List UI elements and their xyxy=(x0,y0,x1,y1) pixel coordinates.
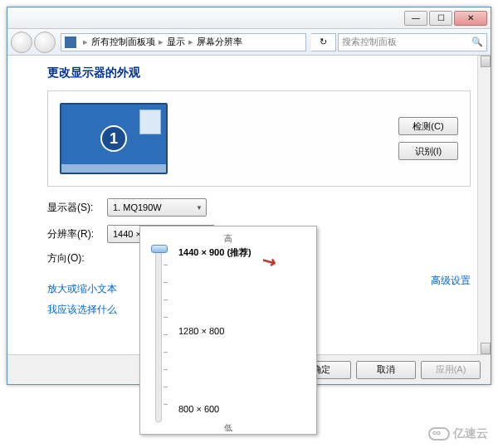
search-icon[interactable]: 🔍 xyxy=(471,37,483,47)
breadcrumb-item[interactable]: 所有控制面板项 xyxy=(91,36,155,48)
search-input[interactable]: 搜索控制面板 🔍 xyxy=(338,33,487,51)
resolution-labels: 1440 × 900 (推荐) 1280 × 800 800 × 600 xyxy=(168,246,308,422)
page-title: 更改显示器的外观 xyxy=(47,66,471,80)
vertical-scrollbar[interactable] xyxy=(477,56,491,354)
address-bar: ▸ 所有控制面板项 ▸ 显示 ▸ 屏幕分辨率 ↻ 搜索控制面板 🔍 xyxy=(7,29,491,56)
watermark: 亿速云 xyxy=(428,426,488,441)
orientation-label: 方向(O): xyxy=(47,251,107,265)
titlebar: — ☐ ✕ xyxy=(7,7,491,29)
forward-button[interactable] xyxy=(34,32,56,53)
advanced-settings-link[interactable]: 高级设置 xyxy=(431,274,471,288)
identify-button[interactable]: 识别(I) xyxy=(398,142,458,160)
resolution-label: 分辨率(R): xyxy=(47,227,107,241)
window-thumbnail-icon xyxy=(139,110,161,134)
scale-low-label: 低 xyxy=(149,422,308,434)
monitor-preview-box: 1 检测(C) 识别(I) xyxy=(47,90,471,187)
search-placeholder: 搜索控制面板 xyxy=(342,36,397,48)
slider-track[interactable] xyxy=(149,246,168,422)
detect-button[interactable]: 检测(C) xyxy=(398,117,458,135)
slider-area: 1440 × 900 (推荐) 1280 × 800 800 × 600 xyxy=(149,246,308,422)
taskbar-icon xyxy=(61,164,166,173)
breadcrumb-item[interactable]: 屏幕分辨率 xyxy=(197,36,242,48)
back-button[interactable] xyxy=(11,32,32,53)
display-dropdown[interactable]: 1. MQ190W xyxy=(107,198,207,217)
display-row: 显示器(S): 1. MQ190W xyxy=(47,198,471,217)
breadcrumb[interactable]: ▸ 所有控制面板项 ▸ 显示 ▸ 屏幕分辨率 xyxy=(61,33,306,51)
resolution-option[interactable]: 1280 × 800 xyxy=(178,326,224,336)
slider-thumb[interactable] xyxy=(151,245,168,253)
resolution-option[interactable]: 800 × 600 xyxy=(178,404,219,414)
breadcrumb-sep: ▸ xyxy=(188,37,193,47)
close-button[interactable]: ✕ xyxy=(454,11,487,26)
breadcrumb-item[interactable]: 显示 xyxy=(167,36,185,48)
detection-buttons: 检测(C) 识别(I) xyxy=(398,117,458,160)
control-panel-icon xyxy=(65,37,76,48)
display-label: 显示器(S): xyxy=(47,201,107,215)
monitor-preview[interactable]: 1 xyxy=(60,103,168,174)
monitor-number-badge: 1 xyxy=(100,125,127,152)
cancel-button[interactable]: 取消 xyxy=(356,361,416,379)
refresh-button[interactable]: ↻ xyxy=(311,33,336,51)
resolution-slider-popup: 高 1440 × 900 (推荐) 1280 × 800 800 × 600 低… xyxy=(139,226,317,435)
track-line xyxy=(155,246,162,422)
resolution-option[interactable]: 1440 × 900 (推荐) xyxy=(178,246,251,259)
maximize-button[interactable]: ☐ xyxy=(429,11,452,26)
scale-high-label: 高 xyxy=(149,233,308,245)
watermark-text: 亿速云 xyxy=(453,426,488,441)
minimize-button[interactable]: — xyxy=(404,11,427,26)
breadcrumb-sep: ▸ xyxy=(159,37,164,47)
cloud-icon xyxy=(428,427,450,441)
apply-button[interactable]: 应用(A) xyxy=(421,361,481,379)
breadcrumb-sep: ▸ xyxy=(83,37,88,47)
